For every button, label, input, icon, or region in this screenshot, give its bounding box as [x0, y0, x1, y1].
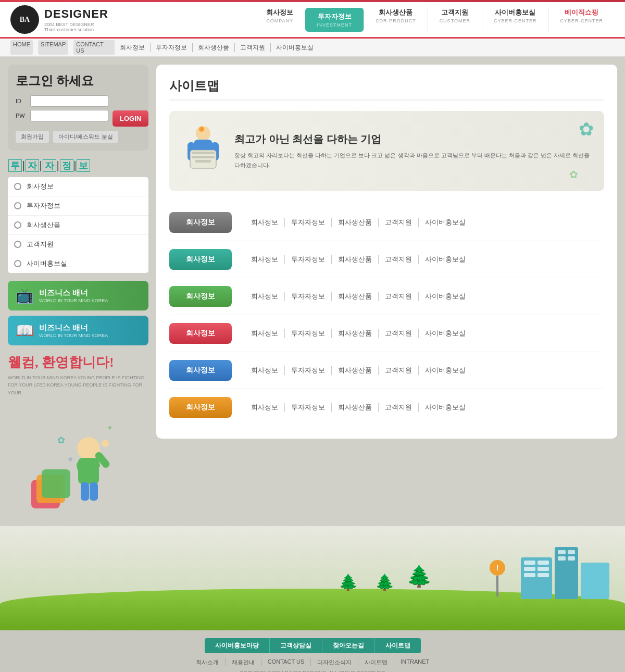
sitemap-link-item[interactable]: 사이버홍보실	[419, 403, 472, 412]
sitemap-category-btn[interactable]: 회사정보	[169, 360, 232, 381]
home-link[interactable]: HOME	[10, 40, 33, 55]
breadcrumb-investment[interactable]: 투자자정보	[151, 43, 193, 52]
sitemap-category-btn[interactable]: 회사정보	[169, 249, 232, 270]
sitemap-rows: 회사정보회사정보투자자정보회사생산품고객지원사이버홍보실회사정보회사정보투자자정…	[169, 204, 604, 426]
sitemap-link-item[interactable]: 회사생산품	[332, 255, 379, 264]
breadcrumb-customer[interactable]: 고객지원	[235, 43, 271, 52]
sitemap-link-item[interactable]: 투자자정보	[285, 329, 332, 338]
sitemap-link-item[interactable]: 회사생산품	[332, 366, 379, 375]
breadcrumb-products[interactable]: 회사생산품	[193, 43, 235, 52]
pw-input[interactable]	[30, 110, 108, 121]
sitemap-link-item[interactable]: 회사생산품	[332, 218, 379, 227]
nav-products[interactable]: 회사생산품 CDR·PRODUCT	[364, 8, 428, 32]
banner-green[interactable]: 📺 비즈니스 배너 WORLD IN TOUR MIND KOREA	[8, 281, 148, 310]
login-title: 로그인 하세요	[16, 72, 141, 89]
hero-flower-icon: ✿	[579, 119, 594, 140]
sitemap-link-item[interactable]: 고객지원	[379, 403, 419, 412]
sitemap-row: 회사정보회사정보투자자정보회사생산품고객지원사이버홍보실	[169, 204, 604, 241]
banner-teal[interactable]: 📖 비즈니스 배너 WORLD IN TOUR MIND KOREA	[8, 316, 148, 345]
character-svg: ✿ ✦ ❄	[26, 402, 130, 516]
menu-item-products[interactable]: 회사생산품	[8, 216, 148, 235]
footer-link-item[interactable]: 회사소개	[190, 658, 226, 666]
footer-nav-item[interactable]: 찾아오는길	[322, 638, 375, 653]
hero-text: 최고가 아닌 최선을 다하는 기업 항상 최고의 자리보다는 최선을 다하는 기…	[234, 132, 591, 170]
main-layout: 로그인 하세요 ID PW LOGIN 회원가입 아이디/패스워드 분실	[0, 57, 625, 526]
sidebar: 로그인 하세요 ID PW LOGIN 회원가입 아이디/패스워드 분실	[8, 65, 148, 518]
breadcrumb-company[interactable]: 회사정보	[115, 43, 151, 52]
sitemap-links: 회사정보투자자정보회사생산품고객지원사이버홍보실	[245, 255, 472, 264]
sitemap-link-item[interactable]: 고객지원	[379, 329, 419, 338]
breadcrumb-cyber[interactable]: 사이버홍보실	[271, 43, 319, 52]
sitemap-link-item[interactable]: 회사정보	[245, 403, 285, 412]
sitemap-link-item[interactable]: 고객지원	[379, 255, 419, 264]
menu-item-customer[interactable]: 고객지원	[8, 235, 148, 254]
sitemap-link-item[interactable]: 회사생산품	[332, 292, 379, 301]
buildings	[521, 547, 609, 599]
pw-label: PW	[16, 113, 26, 119]
sitemap-link-item[interactable]: 투자자정보	[285, 255, 332, 264]
find-pw-link[interactable]: 아이디/패스워드 분실	[53, 131, 118, 143]
road-sign: !	[490, 560, 505, 596]
svg-rect-19	[192, 152, 215, 154]
header-nav: BA DESIGNER 2004 BEST DESIGNERThink cust…	[0, 2, 625, 39]
footer-link-item[interactable]: 사이트맵	[358, 658, 394, 666]
sitemap-link-item[interactable]: 회사생산품	[332, 329, 379, 338]
sitemap-link-item[interactable]: 고객지원	[379, 292, 419, 301]
footer-nav-item[interactable]: 사이버홍보마당	[205, 638, 270, 653]
sitemap-link-item[interactable]: 투자자정보	[285, 403, 332, 412]
footer-link-item[interactable]: INTRANET	[394, 658, 435, 666]
sitemap-category-btn[interactable]: 회사정보	[169, 212, 232, 233]
sitemap-link-item[interactable]: 사이버홍보실	[419, 292, 472, 301]
sitemap-row: 회사정보회사정보투자자정보회사생산품고객지원사이버홍보실	[169, 241, 604, 278]
character-illustration: ✿ ✦ ❄	[8, 402, 148, 518]
footer-link-item[interactable]: 디자인소식지	[311, 658, 358, 666]
sitemap-link[interactable]: SITEMAP	[38, 40, 68, 55]
nav-cyber[interactable]: 사이버홍보실 CYBER·CENTER	[482, 8, 549, 32]
nav-shopping[interactable]: 베이직쇼핑 CYBER·CENTER	[548, 8, 615, 32]
sub-nav: HOME SITEMAP CONTACT US 회사정보 투자자정보 회사생산품…	[0, 39, 625, 57]
footer-link-item[interactable]: CONTACT US	[261, 658, 311, 666]
footer-nav-item[interactable]: 고객상담실	[270, 638, 322, 653]
login-button[interactable]: LOGIN	[113, 110, 148, 127]
bottom-footer: 사이버홍보마당고객상담실찾아오는길사이트맵 회사소개채용안내CONTACT US…	[0, 630, 625, 672]
sitemap-link-item[interactable]: 회사정보	[245, 329, 285, 338]
sitemap-link-item[interactable]: 회사정보	[245, 292, 285, 301]
login-links: 회원가입 아이디/패스워드 분실	[16, 131, 141, 143]
svg-text:✦: ✦	[107, 424, 113, 432]
menu-item-company[interactable]: 회사정보	[8, 177, 148, 196]
sitemap-link-item[interactable]: 투자자정보	[285, 292, 332, 301]
sitemap-link-item[interactable]: 사이버홍보실	[419, 218, 472, 227]
svg-rect-7	[81, 482, 89, 501]
menu-item-investment[interactable]: 투자자정보	[8, 196, 148, 216]
sitemap-category-btn[interactable]: 회사정보	[169, 323, 232, 344]
nav-company[interactable]: 회사정보 COMPANY	[255, 8, 305, 32]
building-3	[581, 563, 609, 599]
sitemap-links: 회사정보투자자정보회사생산품고객지원사이버홍보실	[245, 403, 472, 412]
sitemap-link-item[interactable]: 사이버홍보실	[419, 366, 472, 375]
sitemap-link-item[interactable]: 고객지원	[379, 366, 419, 375]
register-link[interactable]: 회원가입	[16, 131, 49, 143]
sitemap-link-item[interactable]: 투자자정보	[285, 366, 332, 375]
footer-link-item[interactable]: 채용안내	[226, 658, 261, 666]
sitemap-link-item[interactable]: 투자자정보	[285, 218, 332, 227]
svg-text:❄: ❄	[68, 456, 73, 463]
logo-sub: 2004 BEST DESIGNERThink customer solutio…	[44, 22, 108, 32]
sitemap-link-item[interactable]: 고객지원	[379, 218, 419, 227]
banner-teal-text: 비즈니스 배너 WORLD IN TOUR MIND KOREA	[39, 323, 108, 338]
svg-rect-21	[195, 160, 211, 163]
sitemap-category-btn[interactable]: 회사정보	[169, 397, 232, 418]
id-input[interactable]	[30, 95, 108, 107]
menu-item-cyber[interactable]: 사이버홍보실	[8, 254, 148, 273]
sitemap-category-btn[interactable]: 회사정보	[169, 286, 232, 307]
nav-investment[interactable]: 투자자정보 INVESTMENT	[305, 8, 364, 32]
sitemap-row: 회사정보회사정보투자자정보회사생산품고객지원사이버홍보실	[169, 278, 604, 315]
nav-customer[interactable]: 고객지원 CUSTOMER	[428, 8, 482, 32]
sitemap-link-item[interactable]: 회사정보	[245, 366, 285, 375]
sitemap-link-item[interactable]: 회사생산품	[332, 403, 379, 412]
sitemap-link-item[interactable]: 회사정보	[245, 218, 285, 227]
footer-nav-item[interactable]: 사이트맵	[375, 638, 421, 653]
contact-link[interactable]: CONTACT US	[73, 40, 115, 55]
sitemap-link-item[interactable]: 회사정보	[245, 255, 285, 264]
sitemap-link-item[interactable]: 사이버홍보실	[419, 329, 472, 338]
sitemap-link-item[interactable]: 사이버홍보실	[419, 255, 472, 264]
